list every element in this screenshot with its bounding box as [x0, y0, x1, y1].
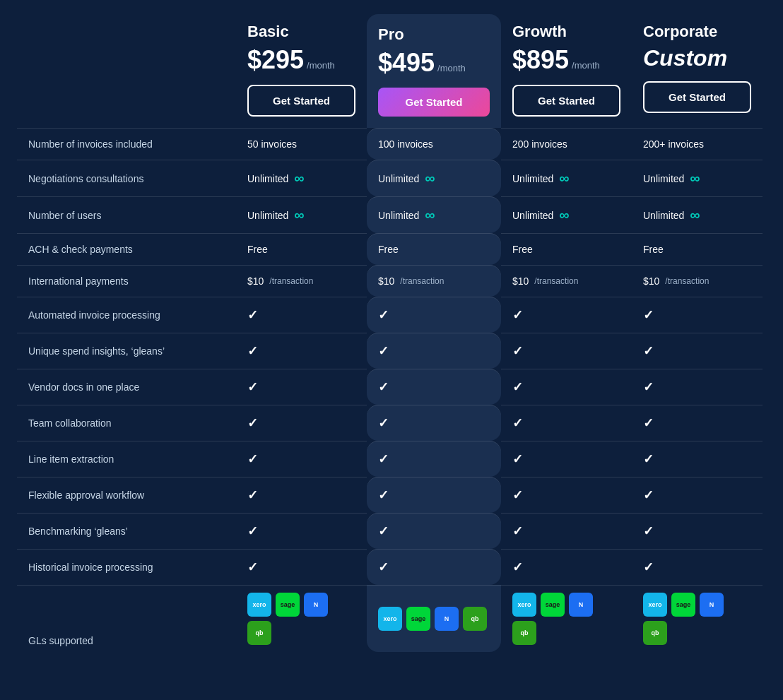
pro-intl-text: $10 [378, 275, 394, 287]
feature-invoices-label: Number of invoices included [17, 128, 236, 160]
pro-bench-value: ✓ [367, 513, 501, 549]
pro-ach-value: Free [367, 233, 501, 265]
corporate-users-value: Unlimited ∞ [632, 196, 763, 233]
growth-bench-check: ✓ [512, 523, 523, 539]
pro-invoices-text: 100 invoices [378, 138, 433, 150]
basic-intl-unit: /transaction [269, 276, 313, 286]
corporate-vendor-check: ✓ [643, 379, 654, 395]
pro-users-icon: ∞ [425, 207, 435, 223]
pro-line-value: ✓ [367, 441, 501, 477]
pro-get-started-button[interactable]: Get Started [378, 88, 490, 117]
pricing-table: Basic $295 /month Get Started Pro $495 /… [17, 14, 766, 652]
pro-negotiations-text: Unlimited [378, 173, 419, 184]
growth-sage-logo: sage [541, 593, 565, 617]
corporate-team-value: ✓ [632, 405, 763, 441]
feature-spend-label: Unique spend insights, ‘gleans’ [17, 333, 236, 369]
basic-vendor-value: ✓ [236, 369, 367, 405]
pro-auto-invoice-check: ✓ [378, 307, 389, 323]
growth-get-started-button[interactable]: Get Started [512, 85, 620, 117]
corporate-plan-name: Corporate [643, 23, 751, 41]
corporate-intl-value: $10 /transaction [632, 265, 763, 297]
growth-price-period: /month [572, 60, 600, 71]
feature-users-label: Number of users [17, 196, 236, 233]
growth-approval-value: ✓ [501, 477, 632, 513]
corporate-get-started-button[interactable]: Get Started [643, 81, 751, 113]
pro-auto-invoice-value: ✓ [367, 297, 501, 333]
corporate-negotiations-icon: ∞ [690, 170, 700, 186]
pro-users-text: Unlimited [378, 210, 419, 221]
basic-approval-value: ✓ [236, 477, 367, 513]
corporate-ach-text: Free [643, 244, 664, 255]
growth-negotiations-value: Unlimited ∞ [501, 160, 632, 196]
pro-users-value: Unlimited ∞ [367, 196, 501, 233]
corporate-approval-value: ✓ [632, 477, 763, 513]
corporate-intl-text: $10 [643, 275, 659, 287]
pro-vendor-value: ✓ [367, 369, 501, 405]
pro-price-period: /month [437, 63, 466, 73]
pro-ach-text: Free [378, 244, 399, 255]
corporate-bench-value: ✓ [632, 513, 763, 549]
basic-negotiations-value: Unlimited ∞ [236, 160, 367, 196]
pro-historical-value: ✓ [367, 549, 501, 585]
pro-invoices-value: 100 invoices [367, 128, 501, 160]
feature-bench-label: Benchmarking ‘gleans’ [17, 513, 236, 549]
corporate-invoices-text: 200+ invoices [643, 138, 704, 150]
basic-intl-value: $10 /transaction [236, 265, 367, 297]
growth-users-icon: ∞ [559, 207, 569, 223]
corporate-xero-logo: xero [643, 593, 667, 617]
growth-qb-logo: qb [512, 621, 536, 645]
feature-team-label: Team collaboration [17, 405, 236, 441]
growth-historical-value: ✓ [501, 549, 632, 585]
pro-qb-logo: qb [463, 607, 487, 631]
corporate-negotiations-text: Unlimited [643, 173, 684, 184]
pro-negotiations-value: Unlimited ∞ [367, 160, 501, 196]
basic-users-value: Unlimited ∞ [236, 196, 367, 233]
growth-netsuite-logo: N [569, 593, 593, 617]
corporate-gl-logo-group: xero sage N qb [643, 593, 751, 645]
corporate-historical-check: ✓ [643, 559, 654, 575]
basic-negotiations-icon: ∞ [294, 170, 304, 186]
corporate-team-check: ✓ [643, 415, 654, 431]
basic-team-value: ✓ [236, 405, 367, 441]
basic-gl-logos: xero sage N qb [236, 585, 367, 652]
growth-vendor-check: ✓ [512, 379, 523, 395]
basic-auto-invoice-value: ✓ [236, 297, 367, 333]
corporate-approval-check: ✓ [643, 487, 654, 503]
growth-team-check: ✓ [512, 415, 523, 431]
basic-get-started-button[interactable]: Get Started [247, 85, 355, 117]
growth-team-value: ✓ [501, 405, 632, 441]
corporate-line-value: ✓ [632, 441, 763, 477]
basic-invoices-text: 50 invoices [247, 138, 297, 150]
corporate-spend-value: ✓ [632, 333, 763, 369]
basic-spend-check: ✓ [247, 343, 258, 359]
basic-invoices-value: 50 invoices [236, 128, 367, 160]
pro-team-check: ✓ [378, 415, 389, 431]
feature-approval-label: Flexible approval workflow [17, 477, 236, 513]
basic-users-icon: ∞ [294, 207, 304, 223]
pro-plan-price: $495 /month [378, 48, 490, 78]
feature-gl-label: GLs supported [17, 585, 236, 652]
corporate-auto-invoice-value: ✓ [632, 297, 763, 333]
growth-plan-price: $895 /month [512, 45, 620, 75]
basic-negotiations-text: Unlimited [247, 173, 288, 184]
basic-team-check: ✓ [247, 415, 258, 431]
basic-xero-logo: xero [247, 593, 271, 617]
corporate-users-text: Unlimited [643, 210, 684, 221]
growth-negotiations-icon: ∞ [559, 170, 569, 186]
pro-netsuite-logo: N [435, 607, 459, 631]
pro-xero-logo: xero [378, 607, 402, 631]
growth-ach-value: Free [501, 233, 632, 265]
pro-intl-unit: /transaction [400, 276, 444, 286]
growth-vendor-value: ✓ [501, 369, 632, 405]
basic-historical-check: ✓ [247, 559, 258, 575]
basic-netsuite-logo: N [304, 593, 328, 617]
pro-line-check: ✓ [378, 451, 389, 467]
pro-bench-check: ✓ [378, 523, 389, 539]
basic-plan-header: Basic $295 /month Get Started [236, 14, 367, 128]
corporate-line-check: ✓ [643, 451, 654, 467]
growth-approval-check: ✓ [512, 487, 523, 503]
growth-invoices-text: 200 invoices [512, 138, 567, 150]
growth-intl-unit: /transaction [534, 276, 578, 286]
growth-plan-header: Growth $895 /month Get Started [501, 14, 632, 128]
corporate-spend-check: ✓ [643, 343, 654, 359]
